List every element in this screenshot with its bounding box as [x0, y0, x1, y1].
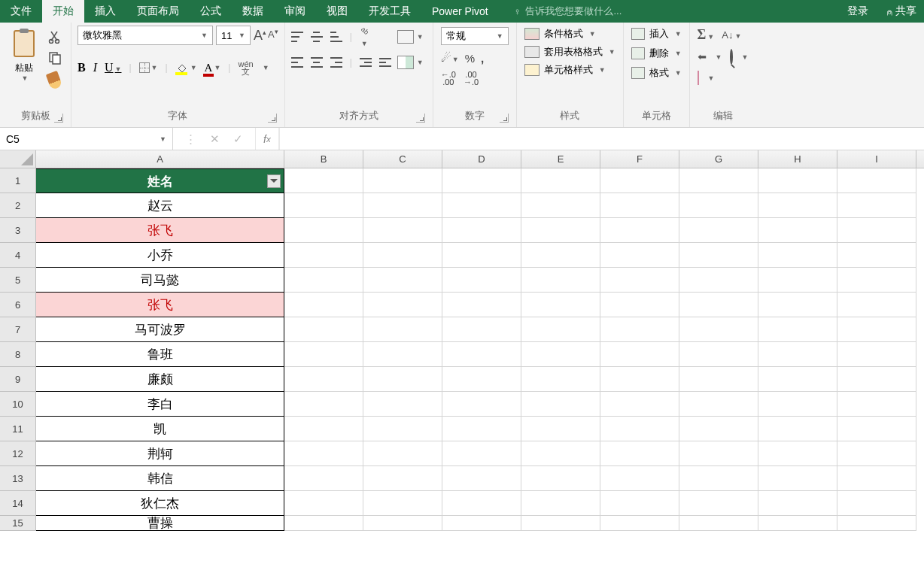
table-cell[interactable]: [284, 417, 363, 441]
column-header[interactable]: E: [521, 150, 600, 168]
row-header[interactable]: 4: [0, 243, 36, 268]
table-cell[interactable]: [679, 367, 758, 392]
table-cell[interactable]: [837, 441, 916, 466]
name-box[interactable]: C5 ▼: [0, 128, 173, 150]
table-cell[interactable]: [837, 193, 916, 218]
table-cell[interactable]: 鲁班: [36, 342, 284, 367]
table-cell[interactable]: [837, 243, 916, 268]
table-cell[interactable]: [442, 417, 521, 441]
table-cell[interactable]: [837, 417, 916, 441]
table-cell[interactable]: [600, 218, 679, 243]
cell-styles-button[interactable]: 单元格样式▼: [524, 63, 615, 77]
table-cell[interactable]: 李白: [36, 392, 284, 417]
table-cell[interactable]: 狄仁杰: [36, 491, 284, 516]
table-cell[interactable]: [363, 367, 442, 392]
row-header[interactable]: 12: [0, 441, 36, 466]
copy-button[interactable]: [48, 51, 62, 65]
row-header[interactable]: 2: [0, 193, 36, 218]
table-cell[interactable]: [679, 218, 758, 243]
table-cell[interactable]: [363, 392, 442, 417]
formula-input[interactable]: [279, 128, 924, 150]
table-cell[interactable]: [363, 168, 442, 193]
table-cell[interactable]: [679, 392, 758, 417]
dialog-launcher-icon[interactable]: [54, 114, 63, 123]
table-cell[interactable]: [600, 466, 679, 491]
merge-center-button[interactable]: ▼: [397, 56, 424, 69]
table-cell[interactable]: [521, 441, 600, 466]
table-cell[interactable]: [442, 491, 521, 516]
table-cell[interactable]: [600, 491, 679, 516]
phonetic-guide-button[interactable]: wén文: [238, 60, 253, 75]
table-cell[interactable]: [442, 293, 521, 317]
table-cell[interactable]: [679, 441, 758, 466]
table-cell[interactable]: [442, 243, 521, 268]
table-cell[interactable]: [758, 168, 837, 193]
table-cell[interactable]: [363, 317, 442, 342]
column-header[interactable]: B: [284, 150, 363, 168]
table-cell[interactable]: [837, 367, 916, 392]
table-cell[interactable]: [600, 392, 679, 417]
menu-data[interactable]: 数据: [232, 0, 274, 23]
align-top-button[interactable]: [291, 32, 303, 42]
table-cell[interactable]: [679, 417, 758, 441]
borders-button[interactable]: ▼: [139, 62, 158, 73]
table-cell[interactable]: 曹操: [36, 516, 284, 531]
table-cell[interactable]: [363, 293, 442, 317]
align-right-button[interactable]: [330, 57, 342, 68]
sort-filter-button[interactable]: A↓▼: [722, 29, 741, 41]
table-cell[interactable]: [363, 516, 442, 531]
increase-decimal-button[interactable]: ←.0.00: [441, 71, 456, 86]
row-header[interactable]: 5: [0, 268, 36, 293]
row-header[interactable]: 9: [0, 367, 36, 392]
column-header[interactable]: G: [679, 150, 758, 168]
table-cell[interactable]: [758, 218, 837, 243]
table-cell[interactable]: [758, 317, 837, 342]
table-cell[interactable]: [679, 268, 758, 293]
table-cell[interactable]: [837, 317, 916, 342]
table-cell[interactable]: [284, 317, 363, 342]
login-button[interactable]: 登录: [837, 5, 879, 18]
table-cell[interactable]: [442, 516, 521, 531]
table-cell[interactable]: [521, 168, 600, 193]
table-cell[interactable]: [284, 491, 363, 516]
table-cell[interactable]: [521, 293, 600, 317]
table-header-cell[interactable]: 姓名: [36, 168, 284, 193]
table-cell[interactable]: [284, 243, 363, 268]
table-cell[interactable]: [363, 466, 442, 491]
table-cell[interactable]: [284, 218, 363, 243]
table-cell[interactable]: [758, 293, 837, 317]
table-cell[interactable]: [758, 193, 837, 218]
table-cell[interactable]: [521, 392, 600, 417]
table-cell[interactable]: [442, 392, 521, 417]
table-cell[interactable]: [442, 317, 521, 342]
delete-cells-button[interactable]: 删除▼: [631, 47, 682, 60]
table-cell[interactable]: [679, 317, 758, 342]
tell-me[interactable]: ♀ 告诉我您想要做什么...: [514, 0, 622, 23]
table-cell[interactable]: [600, 516, 679, 531]
table-cell[interactable]: [600, 243, 679, 268]
table-cell[interactable]: [837, 268, 916, 293]
table-cell[interactable]: [600, 367, 679, 392]
dialog-launcher-icon[interactable]: [500, 114, 509, 123]
table-cell[interactable]: 张飞: [36, 293, 284, 317]
table-cell[interactable]: [600, 417, 679, 441]
table-cell[interactable]: [521, 218, 600, 243]
table-cell[interactable]: [284, 342, 363, 367]
column-header[interactable]: A: [36, 150, 284, 168]
table-cell[interactable]: [679, 193, 758, 218]
table-cell[interactable]: [521, 317, 600, 342]
enter-button[interactable]: ✓: [233, 132, 243, 146]
table-cell[interactable]: [758, 516, 837, 531]
table-cell[interactable]: [758, 342, 837, 367]
format-painter-button[interactable]: [48, 72, 62, 89]
table-cell[interactable]: [284, 392, 363, 417]
row-header[interactable]: 14: [0, 491, 36, 516]
orientation-button[interactable]: ▼: [360, 26, 373, 48]
table-cell[interactable]: [363, 491, 442, 516]
dialog-launcher-icon[interactable]: [416, 114, 425, 123]
fill-button[interactable]: ⬇: [696, 53, 708, 62]
decrease-font-button[interactable]: A▾: [268, 28, 278, 44]
table-cell[interactable]: [837, 491, 916, 516]
font-size-select[interactable]: 11 ▼: [216, 26, 251, 45]
format-cells-button[interactable]: 格式▼: [631, 66, 682, 80]
